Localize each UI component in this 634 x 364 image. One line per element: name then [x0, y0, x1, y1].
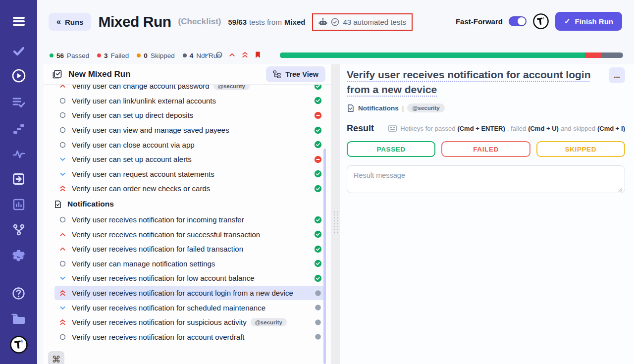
- test-row[interactable]: Verify user can change account password …: [54, 85, 326, 94]
- git-branch-icon[interactable]: [11, 222, 26, 237]
- test-row[interactable]: Verify user receives notification for in…: [54, 212, 326, 227]
- test-breadcrumb: Notifications | @security: [347, 104, 625, 112]
- filter-high-priority-icon[interactable]: [228, 51, 236, 59]
- tests-count-numbers: 59/63: [228, 18, 247, 26]
- back-chevrons-icon: «: [56, 17, 61, 26]
- passed-button[interactable]: PASSED: [347, 141, 435, 157]
- security-tag[interactable]: @security: [407, 104, 444, 112]
- priority-icon: [58, 216, 66, 224]
- stat-failed[interactable]: 3Failed: [97, 52, 129, 59]
- menu-icon[interactable]: [11, 14, 26, 29]
- section-row[interactable]: Notifications: [50, 196, 326, 212]
- status-icon: [314, 156, 322, 163]
- test-row[interactable]: Verify user receives notification for lo…: [54, 271, 326, 286]
- folder-icon[interactable]: [11, 312, 26, 326]
- test-row[interactable]: Verify user can link/unlink external acc…: [54, 94, 326, 108]
- left-rail: [0, 0, 37, 364]
- check-icon[interactable]: [11, 44, 26, 58]
- test-row[interactable]: Verify user receives notification for sc…: [54, 300, 326, 315]
- test-row[interactable]: Verify user can set up account alerts: [54, 152, 326, 167]
- stat-passed[interactable]: 56Passed: [50, 52, 89, 59]
- status-icon: [314, 318, 322, 326]
- skipped-button[interactable]: SKIPPED: [536, 141, 625, 157]
- test-title: Verify user receives notification for su…: [72, 230, 260, 239]
- test-row[interactable]: Verify user receives notification for ac…: [54, 330, 326, 345]
- list-header: New Mixed Run Tree View: [44, 64, 331, 85]
- status-icon: [314, 141, 322, 149]
- notrun-dot-icon: [183, 53, 187, 57]
- test-title: Verify user can order new checks or card…: [72, 184, 210, 193]
- hotkey-failed: (Cmd + U): [528, 125, 559, 132]
- skipped-count: 0: [144, 52, 148, 59]
- gear-icon[interactable]: [11, 248, 26, 263]
- bar-chart-icon[interactable]: [11, 197, 26, 212]
- play-circle-icon[interactable]: [11, 68, 26, 83]
- run-name: New Mixed Run: [68, 69, 131, 79]
- priority-icon: [58, 230, 66, 238]
- fast-forward-toggle[interactable]: [509, 16, 527, 26]
- test-row[interactable]: Verify user receives notification for ac…: [54, 286, 326, 301]
- test-row[interactable]: Verify user can view and manage saved pa…: [54, 123, 326, 138]
- filter-normal-priority-icon[interactable]: [215, 51, 223, 59]
- test-tag: @security: [213, 85, 250, 90]
- panel-splitter[interactable]: [331, 64, 340, 364]
- test-title: Verify user can link/unlink external acc…: [72, 97, 216, 105]
- help-icon[interactable]: [11, 286, 26, 301]
- test-row[interactable]: Verify user can manage notification sett…: [54, 257, 326, 271]
- test-title: Verify user can view and manage saved pa…: [72, 126, 229, 134]
- activity-icon[interactable]: [11, 147, 26, 161]
- finish-run-button[interactable]: ✓ Finish Run: [555, 12, 622, 31]
- priority-icon: [58, 85, 66, 90]
- filter-bookmark-icon[interactable]: [254, 51, 262, 59]
- command-hotkey-button[interactable]: ⌘: [48, 351, 64, 364]
- status-icon: [314, 245, 322, 253]
- breadcrumb-separator: |: [402, 104, 404, 112]
- back-label: Runs: [65, 18, 84, 26]
- test-title: Verify user can change account password: [72, 85, 210, 90]
- steps-icon[interactable]: [11, 121, 26, 136]
- test-row[interactable]: Verify user can request account statemen…: [54, 167, 326, 182]
- test-list-viewport: Verify user can change account password …: [44, 85, 331, 364]
- progress-passed-segment: [280, 52, 585, 58]
- run-progress-bar: [280, 52, 623, 58]
- failed-button[interactable]: FAILED: [441, 141, 530, 157]
- hotkeys-hint: Hotkeys for passed (Cmd + ENTER) , faile…: [388, 125, 625, 132]
- top-header: « Runs Mixed Run (Checklist) 59/63 tests…: [37, 0, 634, 46]
- back-to-runs-button[interactable]: « Runs: [49, 13, 91, 31]
- breadcrumb-suite[interactable]: Notifications: [358, 104, 399, 112]
- status-icon: [314, 333, 322, 341]
- test-row[interactable]: Verify user receives notification for su…: [54, 227, 326, 242]
- import-icon[interactable]: [11, 171, 26, 186]
- test-title: Verify user can manage notification sett…: [72, 260, 215, 268]
- test-row[interactable]: Verify user receives notification for fa…: [54, 242, 326, 257]
- hotkeys-mid-skipped: and skipped: [561, 125, 595, 132]
- test-row[interactable]: Verify user receives notification for su…: [54, 315, 326, 330]
- test-row[interactable]: Verify user can order new checks or card…: [54, 181, 326, 196]
- tests-count: 59/63 tests from Mixed: [228, 18, 306, 26]
- failed-label: Failed: [111, 52, 129, 59]
- tree-view-button[interactable]: Tree View: [266, 66, 325, 82]
- priority-icon: [58, 245, 66, 253]
- test-detail-title[interactable]: Verify user receives notification for ac…: [347, 67, 597, 97]
- list-check-icon[interactable]: [11, 95, 26, 110]
- list-scrollbar[interactable]: [323, 149, 326, 364]
- test-title: Verify user can set up direct deposits: [72, 111, 193, 119]
- test-row[interactable]: Verify user can close account via app: [54, 137, 326, 152]
- hotkeys-prefix: Hotkeys for passed: [400, 125, 455, 132]
- priority-icon: [58, 111, 66, 119]
- app-logo-icon[interactable]: [532, 13, 549, 30]
- progress-failed-segment: [585, 52, 601, 58]
- priority-icon: [58, 289, 66, 297]
- result-message-input[interactable]: [347, 165, 625, 193]
- filter-low-priority-icon[interactable]: [202, 51, 211, 59]
- stat-skipped[interactable]: 0Skipped: [137, 52, 174, 59]
- priority-icon: [58, 333, 66, 341]
- filter-highest-priority-icon[interactable]: [241, 51, 249, 59]
- logo-icon[interactable]: [9, 335, 28, 354]
- test-row[interactable]: Verify user can set up direct deposits: [54, 108, 326, 123]
- priority-icon: [58, 318, 66, 326]
- test-title: Verify user receives notification for ac…: [72, 333, 245, 341]
- more-menu-button[interactable]: ...: [609, 67, 625, 83]
- tests-from-label: tests from: [249, 18, 282, 26]
- keyboard-icon: [388, 125, 397, 132]
